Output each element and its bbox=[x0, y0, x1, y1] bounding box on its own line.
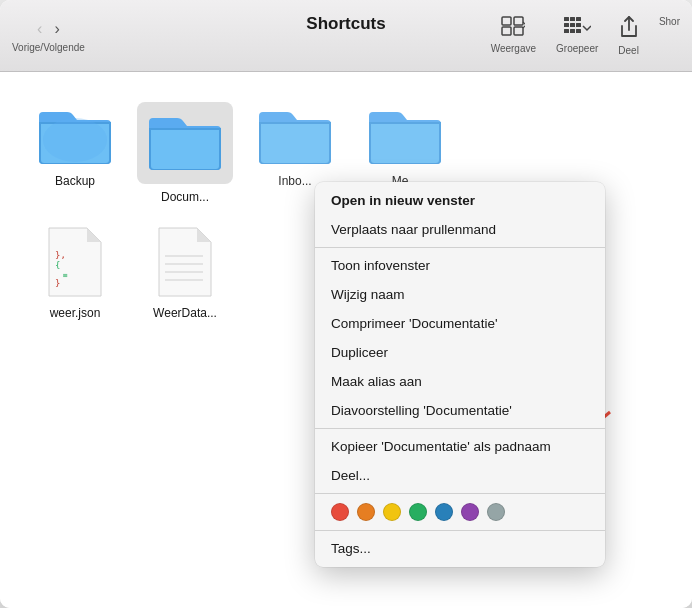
folder-name: Backup bbox=[55, 174, 95, 188]
toolbar: ‹ › Vorige/Volgende Shortcuts We bbox=[0, 0, 692, 72]
svg-rect-2 bbox=[502, 27, 511, 35]
svg-rect-1 bbox=[514, 17, 523, 25]
folder-item[interactable]: Backup bbox=[30, 102, 120, 188]
menu-item-open[interactable]: Open in nieuw venster bbox=[315, 186, 605, 215]
svg-text:},: }, bbox=[55, 250, 66, 260]
shortcuts-label: Shor bbox=[659, 16, 680, 27]
group-label: Groepeer bbox=[556, 43, 598, 54]
view-icon bbox=[501, 16, 525, 41]
menu-item-info[interactable]: Toon infovenster bbox=[315, 251, 605, 280]
content-area: Backup Docum... bbox=[0, 72, 692, 608]
menu-item-compress[interactable]: Comprimeer 'Documentatie' bbox=[315, 309, 605, 338]
file-item-weerdata[interactable]: WeerData... bbox=[140, 224, 230, 320]
svg-rect-11 bbox=[570, 29, 575, 33]
nav-group: ‹ › Vorige/Volgende bbox=[12, 18, 85, 53]
menu-item-rename[interactable]: Wijzig naam bbox=[315, 280, 605, 309]
color-dot-red[interactable] bbox=[331, 503, 349, 521]
view-label: Weergave bbox=[491, 43, 536, 54]
menu-separator-3 bbox=[315, 493, 605, 494]
svg-rect-8 bbox=[570, 23, 575, 27]
svg-point-13 bbox=[43, 118, 107, 162]
folder-name: Docum... bbox=[161, 190, 209, 204]
svg-text:}: } bbox=[55, 278, 60, 288]
svg-rect-3 bbox=[514, 27, 523, 35]
color-dot-orange[interactable] bbox=[357, 503, 375, 521]
window-title: Shortcuts bbox=[306, 14, 385, 34]
file-icon: }, { ≡ } bbox=[43, 224, 107, 300]
file-item-weer[interactable]: }, { ≡ } weer.json bbox=[30, 224, 120, 320]
toolbar-actions: Weergave bbox=[491, 16, 680, 56]
forward-button[interactable]: › bbox=[50, 18, 63, 40]
view-action[interactable]: Weergave bbox=[491, 16, 536, 54]
context-menu: Open in nieuw venster Verplaats naar pru… bbox=[315, 182, 605, 567]
svg-rect-6 bbox=[576, 17, 581, 21]
menu-item-tags[interactable]: Tags... bbox=[315, 534, 605, 563]
menu-item-share[interactable]: Deel... bbox=[315, 461, 605, 490]
color-dot-gray[interactable] bbox=[487, 503, 505, 521]
shortcuts-action[interactable]: Shor bbox=[659, 16, 680, 27]
svg-rect-4 bbox=[564, 17, 569, 21]
svg-rect-12 bbox=[576, 29, 581, 33]
folder-icon bbox=[35, 102, 115, 168]
svg-text:{: { bbox=[55, 260, 60, 270]
folder-item-selected[interactable]: Docum... bbox=[140, 102, 230, 204]
folder-icon bbox=[365, 102, 445, 168]
svg-rect-7 bbox=[564, 23, 569, 27]
group-action[interactable]: Groepeer bbox=[556, 16, 598, 54]
svg-rect-5 bbox=[570, 17, 575, 21]
color-dot-blue[interactable] bbox=[435, 503, 453, 521]
folder-icon-selected bbox=[145, 108, 225, 174]
share-label: Deel bbox=[618, 45, 639, 56]
svg-text:≡: ≡ bbox=[63, 271, 68, 280]
share-icon bbox=[619, 16, 639, 43]
group-icon bbox=[563, 16, 591, 41]
svg-rect-0 bbox=[502, 17, 511, 25]
finder-window: ‹ › Vorige/Volgende Shortcuts We bbox=[0, 0, 692, 608]
color-dot-green[interactable] bbox=[409, 503, 427, 521]
color-dot-purple[interactable] bbox=[461, 503, 479, 521]
file-name: WeerData... bbox=[153, 306, 217, 320]
folder-name: Inbo... bbox=[278, 174, 311, 188]
color-dots-row bbox=[315, 497, 605, 527]
menu-item-trash[interactable]: Verplaats naar prullenmand bbox=[315, 215, 605, 244]
menu-separator-4 bbox=[315, 530, 605, 531]
menu-separator bbox=[315, 247, 605, 248]
back-button[interactable]: ‹ bbox=[33, 18, 46, 40]
menu-item-copy-path[interactable]: Kopieer 'Documentatie' als padnaam bbox=[315, 432, 605, 461]
folder-icon bbox=[255, 102, 335, 168]
menu-separator-2 bbox=[315, 428, 605, 429]
menu-item-alias[interactable]: Maak alias aan bbox=[315, 367, 605, 396]
nav-label: Vorige/Volgende bbox=[12, 42, 85, 53]
menu-item-slideshow[interactable]: Diavoorstelling 'Documentatie' bbox=[315, 396, 605, 425]
svg-rect-10 bbox=[564, 29, 569, 33]
color-dot-yellow[interactable] bbox=[383, 503, 401, 521]
file-name: weer.json bbox=[50, 306, 101, 320]
menu-item-duplicate[interactable]: Dupliceer bbox=[315, 338, 605, 367]
file-icon bbox=[153, 224, 217, 300]
folder-item-inbox[interactable]: Inbo... bbox=[250, 102, 340, 188]
folder-item-me[interactable]: Me... bbox=[360, 102, 450, 188]
share-action[interactable]: Deel bbox=[618, 16, 639, 56]
svg-rect-9 bbox=[576, 23, 581, 27]
